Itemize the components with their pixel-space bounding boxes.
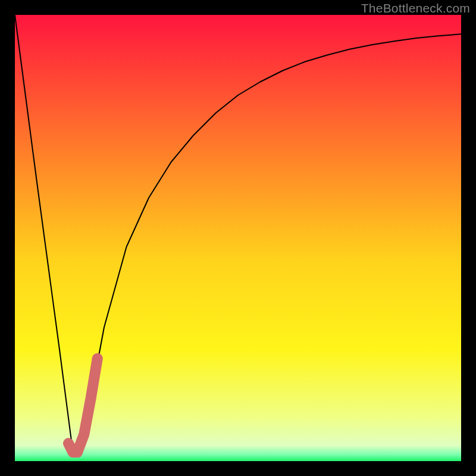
- bottleneck-curve: [15, 15, 461, 452]
- chart-frame: TheBottleneck.com: [0, 0, 476, 476]
- curves-layer: [15, 15, 461, 461]
- highlight-segment: [68, 359, 98, 453]
- plot-area: [15, 15, 461, 461]
- watermark-text: TheBottleneck.com: [361, 1, 470, 15]
